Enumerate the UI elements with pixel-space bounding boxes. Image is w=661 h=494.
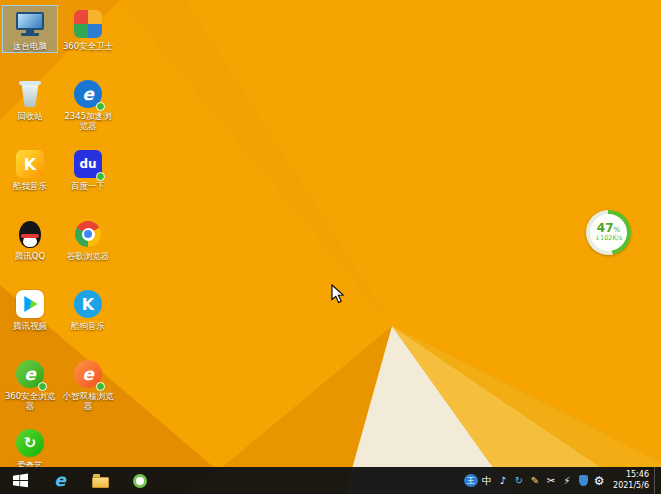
kuwo-music-icon: K — [3, 148, 57, 180]
icon-label: 酷我音乐 — [3, 180, 57, 191]
icon-label: 酷狗音乐 — [61, 320, 115, 331]
desktop-icon-360-safe[interactable]: 360安全卫士 — [60, 5, 116, 53]
ie-icon: e — [54, 472, 66, 489]
2345-browser-icon: e — [61, 78, 115, 110]
icon-label: 2345加速浏览器 — [61, 110, 115, 131]
tray-wang-badge-icon[interactable]: 王 — [464, 474, 478, 487]
safety-badge-icon — [38, 382, 47, 391]
baidu-icon: du — [61, 148, 115, 180]
desktop-icon-baidu[interactable]: du 百度一下 — [60, 145, 116, 193]
kugou-music-icon: K — [61, 288, 115, 320]
icon-label: 腾讯QQ — [3, 250, 57, 261]
recycle-bin-icon — [3, 78, 57, 110]
tray-update-icon[interactable]: ↻ — [512, 473, 526, 489]
shield-icon — [579, 475, 588, 486]
desktop-icon-2345-browser[interactable]: e 2345加速浏览器 — [60, 75, 116, 133]
tray-input-method-icon[interactable]: 中 — [480, 473, 494, 489]
taskbar-file-explorer[interactable] — [80, 467, 120, 494]
tray-scissors-icon[interactable]: ✂ — [544, 473, 558, 489]
desktop-icon-kugou-music[interactable]: K 酷狗音乐 — [60, 285, 116, 333]
icon-label: 这台电脑 — [3, 40, 57, 51]
speed-ball-widget[interactable]: 47% ↓102K/s — [586, 210, 631, 255]
network-speed: ↓102K/s — [595, 234, 623, 242]
start-button[interactable] — [0, 467, 40, 494]
icon-label: 360安全卫士 — [61, 40, 115, 51]
360-browser-icon: e — [3, 358, 57, 390]
tray-usb-icon[interactable]: ⚡ — [560, 473, 574, 489]
desktop-icon-kuwo-music[interactable]: K 酷我音乐 — [2, 145, 58, 193]
green-ring-icon — [133, 474, 147, 488]
taskbar-360-browser[interactable] — [120, 467, 160, 494]
desktop-icon-360-browser[interactable]: e 360安全浏览器 — [2, 355, 58, 413]
tray-settings-gear-icon[interactable]: ⚙ — [592, 473, 606, 489]
icon-label: 回收站 — [3, 110, 57, 121]
xiaozhi-browser-icon: e — [61, 358, 115, 390]
desktop-icon-tencent-video[interactable]: 腾讯视频 — [2, 285, 58, 333]
taskbar: e 王 中 ♪ ↻ ✎ ✂ ⚡ ⚙ 15:46 2021/5/6 — [0, 467, 661, 494]
windows-logo-icon — [13, 473, 28, 488]
taskbar-left: e — [0, 467, 160, 494]
360-safe-icon — [61, 8, 115, 40]
safety-badge-icon — [96, 172, 105, 181]
icon-label: 百度一下 — [61, 180, 115, 191]
icon-label: 谷歌浏览器 — [61, 250, 115, 261]
icon-label: 腾讯视频 — [3, 320, 57, 331]
tray-volume-icon[interactable]: ♪ — [496, 473, 510, 489]
this-pc-icon — [3, 8, 57, 40]
safety-badge-icon — [96, 382, 105, 391]
desktop-icon-tencent-qq[interactable]: 腾讯QQ — [2, 215, 58, 263]
memory-percent: 47% — [597, 222, 620, 234]
chrome-icon — [61, 218, 115, 250]
tencent-video-icon — [3, 288, 57, 320]
desktop-icon-this-pc[interactable]: 这台电脑 — [2, 5, 58, 53]
folder-icon — [92, 474, 109, 488]
desktop-icon-recycle-bin[interactable]: 回收站 — [2, 75, 58, 123]
iqiyi-icon: ↻ — [3, 427, 57, 459]
icon-label: 360安全浏览器 — [3, 390, 57, 411]
desktop-icon-xiaozhi-browser[interactable]: e 小智双核浏览器 — [60, 355, 116, 413]
windows-desktop: 这台电脑 回收站 K 酷我音乐 腾讯QQ 腾讯视频 e 360安全浏览器 ↻ 爱… — [0, 0, 661, 494]
icon-label: 小智双核浏览器 — [61, 390, 115, 411]
safety-badge-icon — [96, 102, 105, 111]
system-tray: 王 中 ♪ ↻ ✎ ✂ ⚡ ⚙ 15:46 2021/5/6 — [463, 467, 661, 494]
desktop-icon-chrome[interactable]: 谷歌浏览器 — [60, 215, 116, 263]
show-desktop-button[interactable] — [654, 467, 659, 494]
tray-clock[interactable]: 15:46 2021/5/6 — [613, 470, 649, 491]
taskbar-internet-explorer[interactable]: e — [40, 467, 80, 494]
clock-time: 15:46 — [613, 470, 649, 480]
tray-pen-icon[interactable]: ✎ — [528, 473, 542, 489]
qq-penguin-icon — [3, 218, 57, 250]
clock-date: 2021/5/6 — [613, 481, 649, 491]
tray-security-shield-icon[interactable] — [576, 473, 590, 489]
desktop-icon-iqiyi[interactable]: ↻ 爱奇艺 — [2, 424, 58, 472]
speed-ball-face: 47% ↓102K/s — [590, 214, 627, 251]
